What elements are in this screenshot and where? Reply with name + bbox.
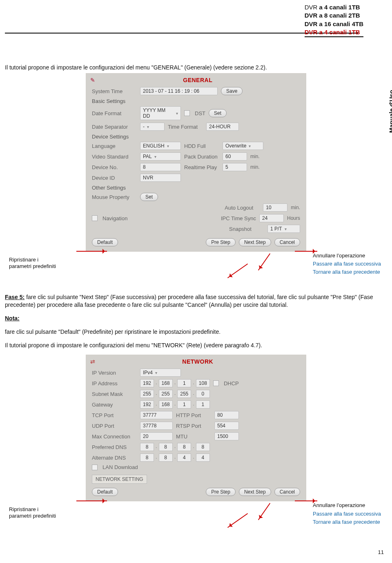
arrow-to-pre-icon (227, 264, 248, 278)
snapshot-select[interactable]: 1 P/T (267, 225, 300, 233)
ipver-label: IP Version (92, 370, 137, 376)
ipaddr-label: IP Address (92, 380, 137, 387)
cancel-button[interactable]: Cancel (274, 238, 300, 246)
pack-dur-unit: min. (250, 154, 260, 159)
cl1: Ripristinare i (9, 257, 38, 263)
network-setting-button[interactable]: NETWORK SETTING (92, 475, 147, 484)
edit-icon: ✎ (90, 77, 96, 83)
dst-set-button[interactable]: Set (209, 109, 227, 117)
network-title: NETWORK (182, 358, 213, 365)
hdd-full-select[interactable]: Overwrite (223, 142, 263, 150)
arrow-to-next-icon (258, 253, 270, 270)
net-next-step-button[interactable]: Next Step (239, 488, 271, 496)
time-format-val: 24-HOUR (206, 123, 239, 131)
page-number: 11 (378, 549, 384, 555)
cl2: parametri predefiniti (9, 263, 56, 269)
fase5-paragraph: Fase 5: fare clic sul pulsante "Next Ste… (5, 293, 387, 309)
cr-cancel: Annullare l'operazione (313, 252, 381, 260)
realtime-label: Realtime Play (184, 164, 219, 170)
mouse-set-button[interactable]: Set (140, 193, 158, 201)
ipc-sync-unit: Hours (287, 215, 300, 221)
arrow-icon (258, 503, 270, 520)
system-time-label: System Time (92, 88, 137, 94)
auto-logout-label: Auto Logout (225, 205, 260, 211)
device-settings-head: Device Settings (92, 132, 300, 141)
system-time-input[interactable]: 2013 - 07 - 11 16 : 19 : 06 (140, 87, 218, 95)
pack-dur-label: Pack Duration (184, 154, 219, 160)
network-icon: ⇄ (90, 358, 96, 365)
lan-download-label: LAN Download (102, 464, 138, 470)
max-conn-label: Max Connection (92, 433, 137, 440)
time-format-label: Time Format (168, 124, 203, 130)
ipver-select[interactable]: IPv4 (140, 369, 181, 377)
snapshot-label: Snapshot (229, 226, 264, 232)
udp-port-label: UDP Port (92, 423, 137, 429)
navigation-checkbox[interactable] (92, 215, 98, 221)
mtu-input[interactable]: 1500 (214, 432, 239, 440)
header-variants: DVR a 4 canali 1TB DVR a 8 canali 2TB DV… (305, 3, 363, 39)
adns-input[interactable]: 8· 8· 4· 4 (140, 454, 210, 462)
video-std-select[interactable]: PAL (140, 152, 181, 161)
http-port-label: HTTP Port (176, 412, 211, 418)
rtsp-port-input[interactable]: 554 (214, 422, 239, 430)
hb1b: a 4 canali 1TB (319, 4, 360, 11)
subnet-label: Subnet Mask (92, 391, 137, 397)
callout-left-reset-2: Ripristinare i parametri predefiniti (9, 506, 56, 519)
tcp-port-label: TCP Port (92, 412, 137, 418)
realtime-input[interactable]: 5 (223, 163, 247, 171)
subnet-input[interactable]: 255· 255· 255· 0 (140, 390, 210, 398)
pack-dur-input[interactable]: 60 (223, 152, 247, 161)
net-default-button[interactable]: Default (92, 488, 118, 496)
device-id-input[interactable]: NVR (140, 174, 181, 182)
hb2a: DVR (305, 12, 319, 19)
date-sep-select[interactable]: - (140, 123, 165, 131)
ipc-sync-input[interactable]: 24 (259, 214, 284, 222)
hb4a: DVR (305, 29, 319, 36)
intro-network: Il tutorial propone di impostare le conf… (5, 342, 387, 349)
net-pre-step-button[interactable]: Pre Step (206, 488, 236, 496)
callout-general: Ripristinare i parametri predefiniti Ann… (5, 253, 387, 288)
default-button[interactable]: Default (92, 238, 118, 246)
nota-text: fare clic sul pulsante "Default" (Predef… (5, 328, 387, 336)
cr-pre: Tornare alla fase precedente (313, 268, 381, 276)
adns-label: Alternate DNS (92, 455, 137, 461)
pdns-input[interactable]: 8· 8· 8· 8 (140, 443, 210, 451)
device-no-input[interactable]: 8 (140, 163, 181, 171)
intro-general: Il tutorial propone di impostare le conf… (5, 64, 387, 71)
language-select[interactable]: ENGLISH (140, 142, 181, 150)
hb3b: a 16 canali 4TB (319, 20, 363, 27)
auto-logout-input[interactable]: 10 (263, 203, 287, 212)
http-port-input[interactable]: 80 (214, 411, 239, 419)
dst-checkbox[interactable] (184, 110, 190, 116)
rtsp-port-label: RTSP Port (176, 423, 211, 429)
mouse-prop-label: Mouse Property (92, 194, 137, 200)
tcp-port-input[interactable]: 37777 (140, 411, 173, 419)
dhcp-label: DHCP (224, 380, 239, 387)
arrow-icon (227, 513, 248, 528)
hb1a: DVR (305, 4, 319, 11)
dhcp-checkbox[interactable] (213, 380, 219, 386)
auto-logout-unit: min. (291, 205, 300, 210)
video-std-label: Video Standard (92, 154, 137, 160)
general-title: GENERAL (183, 77, 212, 83)
dst-label: DST (195, 110, 205, 116)
arrow-icon (76, 500, 107, 501)
ipaddr-input[interactable]: 192· 168· 1· 108 (140, 379, 210, 387)
date-format-select[interactable]: YYYY MM DD (140, 106, 181, 120)
net-cancel-button[interactable]: Cancel (274, 488, 300, 496)
lan-download-checkbox[interactable] (92, 465, 98, 470)
callout-network: Ripristinare i parametri predefiniti Ann… (5, 503, 387, 537)
gateway-label: Gateway (92, 402, 137, 408)
pre-step-button[interactable]: Pre Step (206, 238, 236, 246)
hb2b: a 8 canali 2TB (319, 12, 360, 19)
save-button[interactable]: Save (221, 87, 243, 95)
max-conn-input[interactable]: 20 (140, 432, 173, 440)
nota-label: Nota: (5, 315, 20, 322)
next-step-button[interactable]: Next Step (239, 238, 271, 246)
network-footer: Default Pre Step Next Step Cancel (92, 484, 300, 496)
basic-settings-head: Basic Settings (92, 96, 300, 105)
gateway-input[interactable]: 192· 168· 1· 1 (140, 400, 210, 409)
fase5-label: Fase 5: (5, 294, 24, 300)
hb3a: DVR (305, 20, 319, 27)
udp-port-input[interactable]: 37778 (140, 422, 173, 430)
